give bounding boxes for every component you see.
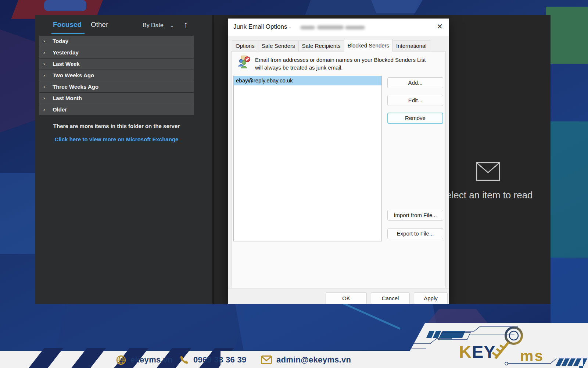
logo-letters-ey: EY: [472, 342, 496, 361]
group-label: Today: [53, 36, 68, 47]
sort-by-date-button[interactable]: By Date: [143, 22, 164, 29]
edit-button[interactable]: Edit...: [387, 95, 443, 106]
view-more-exchange-link[interactable]: Click here to view more on Microsoft Exc…: [39, 136, 194, 142]
cancel-button[interactable]: Cancel: [371, 292, 410, 304]
logo-letter-k: K: [459, 342, 472, 361]
tab-safe-senders[interactable]: Safe Senders: [258, 40, 299, 52]
decor-cube-icon: [44, 0, 86, 11]
focused-tab-underline: [51, 33, 85, 34]
dialog-titlebar[interactable]: Junk Email Options - ✕: [228, 19, 449, 36]
close-icon[interactable]: ✕: [437, 22, 443, 31]
phone-text: 0969 38 36 39: [193, 355, 247, 365]
website-text: ekeyms.vn: [130, 355, 173, 365]
group-label: Three Weeks Ago: [53, 81, 98, 92]
band-stripe-gap: [69, 348, 106, 368]
logo-text-ms: ms: [520, 347, 544, 365]
junk-email-options-dialog: Junk Email Options - ✕ Options Safe Send…: [228, 18, 449, 304]
contact-phone: 0969 38 36 39: [179, 354, 247, 366]
group-row-two-weeks-ago[interactable]: › Two Weeks Ago: [39, 70, 194, 81]
tab-international[interactable]: International: [392, 40, 430, 52]
group-row-three-weeks-ago[interactable]: › Three Weeks Ago: [39, 81, 194, 93]
group-label: Last Month: [53, 93, 82, 104]
email-text: admin@ekeyms.vn: [276, 355, 351, 365]
tab-options[interactable]: Options: [232, 40, 258, 52]
blocked-senders-listbox[interactable]: ebay@reply.ebay.co.uk: [233, 76, 382, 241]
keyms-logo-panel: KEY ms: [401, 323, 588, 368]
blocked-senders-icon: [237, 55, 251, 71]
decor-cube-bottom-1: [55, 304, 246, 352]
decor-cube-lightblue-left: [0, 173, 35, 254]
list-item-blocked-sender[interactable]: ebay@reply.ebay.co.uk: [234, 76, 381, 85]
decor-cube-purple-bottom: [426, 309, 489, 325]
description-line-1: Email from addresses or domain names on …: [255, 56, 443, 64]
band-stripe-gap: [26, 348, 63, 368]
tab-other[interactable]: Other: [91, 21, 108, 29]
contact-website: ekeyms.vn: [116, 354, 173, 366]
group-row-older[interactable]: › Older: [39, 104, 194, 116]
contact-email: admin@ekeyms.vn: [261, 354, 351, 366]
decor-cube-arrow: [371, 0, 423, 13]
tab-safe-recipients[interactable]: Safe Recipients: [298, 40, 344, 52]
outlook-screenshot: Focused Other By Date ⌄ ↑ › Today › Yest…: [35, 15, 551, 304]
chevron-right-icon: ›: [43, 104, 45, 115]
group-row-today[interactable]: › Today: [39, 36, 194, 47]
page: Focused Other By Date ⌄ ↑ › Today › Yest…: [0, 0, 588, 368]
chevron-right-icon: ›: [43, 93, 45, 104]
chevron-right-icon: ›: [43, 59, 45, 70]
blocked-senders-description: Email from addresses or domain names on …: [255, 56, 443, 71]
date-group-list: › Today › Yesterday › Last Week › Two We…: [39, 36, 194, 116]
dialog-footer: OK Cancel Apply: [228, 288, 449, 304]
import-from-file-button[interactable]: Import from File...: [387, 210, 443, 221]
decor-cube-teal: [551, 121, 588, 258]
apply-button[interactable]: Apply: [414, 292, 448, 304]
tab-blocked-senders[interactable]: Blocked Senders: [344, 39, 393, 52]
reading-pane-placeholder: elect an item to read: [446, 190, 551, 201]
group-label: Two Weeks Ago: [53, 70, 94, 81]
message-list-pane: Focused Other By Date ⌄ ↑ › Today › Yest…: [35, 15, 212, 304]
description-line-2: will always be treated as junk email.: [255, 64, 443, 71]
envelope-icon: [476, 162, 500, 183]
group-row-last-month[interactable]: › Last Month: [39, 93, 194, 104]
decor-cube-bottom-2: [235, 304, 441, 350]
group-row-last-week[interactable]: › Last Week: [39, 59, 194, 70]
chevron-right-icon: ›: [43, 81, 45, 92]
more-items-text: There are more items in this folder on t…: [39, 123, 194, 129]
arrow-up-icon[interactable]: ↑: [184, 20, 188, 29]
dialog-tabstrip: Options Safe Senders Safe Recipients Blo…: [232, 36, 430, 52]
redacted-account-email: [300, 25, 365, 31]
decor-cube-purple-left: [0, 29, 35, 132]
ok-button[interactable]: OK: [326, 292, 367, 304]
add-button[interactable]: Add...: [387, 77, 443, 88]
group-label: Last Week: [53, 59, 80, 70]
group-label: Yesterday: [53, 47, 79, 58]
chevron-down-icon[interactable]: ⌄: [170, 23, 174, 28]
chevron-right-icon: ›: [43, 47, 45, 58]
decor-cube-green: [546, 7, 588, 64]
chevron-right-icon: ›: [43, 36, 45, 47]
chevron-right-icon: ›: [43, 70, 45, 81]
decor-cube-blue-right: [551, 258, 588, 328]
group-label: Older: [53, 104, 67, 115]
tab-focused[interactable]: Focused: [53, 21, 82, 29]
key-icon: [492, 328, 522, 358]
globe-icon: [116, 355, 126, 365]
mail-icon: [261, 355, 272, 364]
dialog-title: Junk Email Options -: [233, 23, 291, 31]
export-to-file-button[interactable]: Export to File...: [387, 228, 443, 239]
logo-text-key: KEY: [459, 342, 496, 362]
blocked-senders-panel: Email from addresses or domain names on …: [231, 51, 446, 288]
phone-icon: [179, 355, 189, 365]
pane-divider: [212, 15, 214, 304]
remove-button[interactable]: Remove: [387, 113, 443, 124]
group-row-yesterday[interactable]: › Yesterday: [39, 47, 194, 59]
